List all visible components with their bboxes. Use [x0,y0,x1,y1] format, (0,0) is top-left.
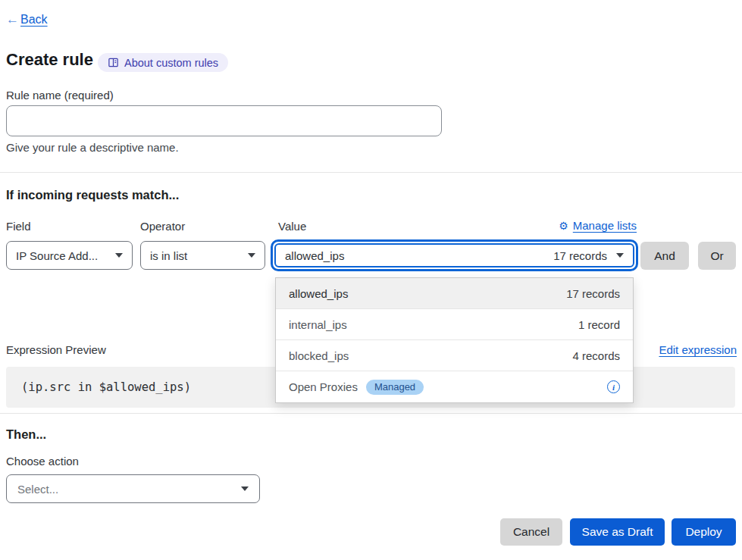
value-select[interactable]: allowed_ips 17 records [274,243,634,267]
chevron-down-icon [248,253,255,258]
value-select-focus-ring: allowed_ips 17 records [271,239,638,271]
list-item-open-proxies[interactable]: Open Proxies Managed i [276,371,633,402]
manage-lists-label: Manage lists [573,219,637,232]
list-item-name: blocked_ips [289,349,349,362]
create-rule-page: ← Back Create rule About custom rules Ru… [0,0,742,560]
operator-select[interactable]: is in list [140,241,265,270]
section-divider [0,172,742,173]
list-item-records: 17 records [566,287,620,300]
expression-code: (ip.src in $allowed_ips) [6,380,191,394]
action-select-placeholder: Select... [17,483,58,496]
list-item-allowed-ips[interactable]: allowed_ips 17 records [276,278,633,309]
book-icon [108,57,119,68]
list-item-internal-ips[interactable]: internal_ips 1 record [276,309,633,340]
page-title: Create rule [6,50,93,70]
rule-name-input[interactable] [6,105,442,136]
field-select-value: IP Source Add... [16,249,98,262]
value-dropdown-panel: allowed_ips 17 records internal_ips 1 re… [275,277,634,403]
operator-select-value: is in list [150,249,187,262]
value-select-selected: allowed_ips [285,249,344,262]
deploy-button[interactable]: Deploy [672,518,736,546]
list-item-records: 4 records [572,349,620,362]
list-item-name: internal_ips [289,318,347,331]
field-select[interactable]: IP Source Add... [6,241,133,270]
then-section-heading: Then... [6,427,46,442]
list-item-name: allowed_ips [289,287,348,300]
section-divider [0,413,742,414]
chevron-down-icon [241,486,249,491]
expression-preview-label: Expression Preview [6,343,106,356]
edit-expression-link[interactable]: Edit expression [659,343,737,356]
list-item-name: Open Proxies [289,380,358,393]
field-label: Field [6,220,31,233]
back-link[interactable]: ← Back [6,12,48,27]
list-item-blocked-ips[interactable]: blocked_ips 4 records [276,340,633,371]
and-button[interactable]: And [640,242,689,270]
back-link-label: Back [20,13,48,27]
rule-name-label: Rule name (required) [6,89,114,102]
choose-action-label: Choose action [6,455,79,468]
cancel-button[interactable]: Cancel [500,518,562,546]
or-button[interactable]: Or [698,242,736,270]
list-item-records: 1 record [578,318,620,331]
match-section-heading: If incoming requests match... [6,188,179,202]
operator-label: Operator [140,220,185,233]
about-custom-rules-link[interactable]: About custom rules [98,53,228,72]
chevron-down-icon [115,253,123,258]
chevron-down-icon [616,253,624,258]
action-select[interactable]: Select... [6,474,260,503]
about-custom-rules-label: About custom rules [124,57,218,69]
info-icon[interactable]: i [607,380,620,393]
save-as-draft-button[interactable]: Save as Draft [570,518,665,546]
manage-lists-link[interactable]: ⚙ Manage lists [559,219,637,232]
rule-name-helper-text: Give your rule a descriptive name. [6,141,179,154]
value-label: Value [278,220,306,233]
managed-badge: Managed [366,380,424,395]
gear-icon: ⚙ [559,220,568,232]
back-arrow-icon: ← [6,12,19,27]
value-select-records: 17 records [553,249,607,262]
